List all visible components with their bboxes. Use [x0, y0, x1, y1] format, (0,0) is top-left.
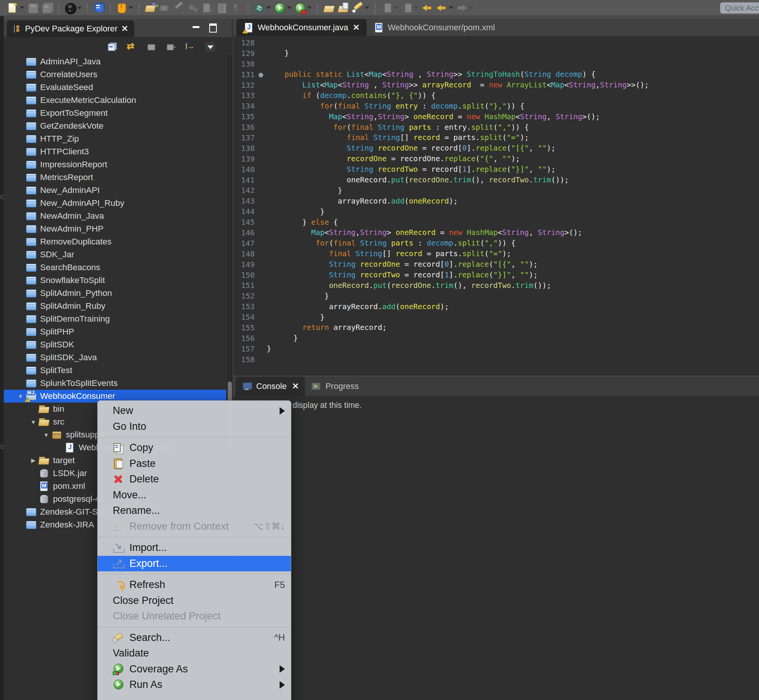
pilcrow-button[interactable] — [229, 1, 244, 15]
profile-icon — [64, 2, 76, 14]
maximize-icon[interactable] — [208, 23, 217, 31]
tree-item-newadmin-java[interactable]: NewAdmin_Java — [4, 209, 226, 222]
bugs-button[interactable] — [186, 1, 200, 15]
menu-item-paste[interactable]: Paste — [98, 456, 291, 472]
debug-button[interactable] — [252, 1, 272, 15]
code-editor[interactable]: 128129 }130131 public static List<Map<St… — [233, 36, 759, 376]
ann-prev-button[interactable] — [400, 1, 420, 15]
back-edit-button[interactable] — [420, 1, 434, 15]
tree-item-metricsreport[interactable]: MetricsReport — [4, 171, 226, 184]
forward-button[interactable] — [455, 1, 475, 15]
tree-item-impressionreport[interactable]: ImpressionReport — [4, 158, 226, 171]
folder-tan-icon — [39, 417, 49, 427]
pkg2-icon[interactable] — [166, 42, 176, 52]
menu-item-close-project[interactable]: Close Project — [98, 593, 291, 609]
copy-doc-button[interactable] — [200, 1, 215, 15]
menu-item-import-[interactable]: Import... — [98, 540, 291, 556]
tree-item-splitsdk-java[interactable]: SplitSDK_Java — [4, 351, 226, 364]
link-icon[interactable] — [127, 42, 137, 52]
tree-item-sdk-jar[interactable]: SDK_Jar — [4, 248, 226, 261]
chevron-down-icon[interactable]: ▼ — [15, 393, 26, 400]
menu-item-new[interactable]: New — [98, 403, 291, 419]
list-view-button[interactable] — [215, 1, 229, 15]
menu-item-run-as[interactable]: Run As — [98, 677, 291, 693]
tab-pydev-package-explorer[interactable]: PyDev Package Explorer ✕ — [7, 20, 134, 37]
code-line: 146 Map<String,String> oneRecord = new H… — [233, 227, 759, 238]
menu-item-rename-[interactable]: Rename... — [98, 503, 291, 519]
tab-webhookconsumer-pom-xml[interactable]: WebhookConsumer/pom.xml — [367, 19, 506, 36]
tree-item-executemetriccalculation[interactable]: ExecuteMetricCalculation — [4, 94, 226, 107]
collapse-icon[interactable] — [107, 42, 117, 52]
tab-console[interactable]: Console ✕ — [236, 377, 305, 396]
tree-item-splitphp[interactable]: SplitPHP — [4, 325, 226, 338]
toolbar-separator — [57, 3, 61, 13]
menu-item-move-[interactable]: Move... — [98, 488, 291, 503]
tree-item-correlateusers[interactable]: CorrelateUsers — [4, 68, 226, 81]
new-wizard-button[interactable] — [5, 1, 26, 15]
task-orange-button[interactable] — [114, 1, 135, 15]
minimize-icon[interactable] — [192, 23, 200, 31]
menu-item-validate[interactable]: Validate — [98, 645, 291, 661]
run-button[interactable] — [272, 1, 293, 15]
save-all-button[interactable] — [40, 1, 55, 15]
close-icon[interactable]: ✕ — [122, 25, 128, 33]
delete-icon — [113, 474, 124, 485]
back-button[interactable] — [434, 1, 455, 15]
folder-open-button[interactable] — [322, 1, 336, 15]
code-line: 128 — [233, 38, 759, 48]
menu-item-label: Validate — [113, 647, 149, 659]
tree-item-splunktosplitevents[interactable]: SplunkToSplitEvents — [4, 377, 226, 390]
folder-bugs-icon — [145, 2, 156, 14]
tree-item-snowflaketosplit[interactable]: SnowflakeToSplit — [4, 274, 226, 287]
tree-item-newadmin-php[interactable]: NewAdmin_PHP — [4, 222, 226, 235]
chevron-down-icon[interactable]: ▼ — [28, 419, 39, 425]
folder-clipboard-button[interactable] — [336, 1, 350, 15]
tree-item-new-adminapi-ruby[interactable]: New_AdminAPI_Ruby — [4, 197, 226, 209]
code-line: 138 String recordOne = record[0].replace… — [233, 143, 759, 154]
menu-item-go-into[interactable]: Go Into — [98, 419, 291, 435]
camera-button[interactable] — [158, 1, 172, 15]
tree-item-searchbeacons[interactable]: SearchBeacons — [4, 261, 226, 274]
quick-access-button[interactable]: Quick Access — [720, 2, 759, 14]
menu-item-delete[interactable]: Delete — [98, 472, 291, 488]
tree-item-splitadmin-python[interactable]: SplitAdmin_Python — [4, 287, 226, 300]
menu-item-coverage-as[interactable]: Coverage As — [98, 661, 291, 677]
tree-item-http-zip[interactable]: HTTP_Zip — [4, 133, 226, 145]
tree-item-getzendeskvote[interactable]: GetZendeskVote — [4, 120, 226, 133]
indent-spacer — [4, 319, 15, 319]
run-external-button[interactable] — [293, 1, 313, 15]
tab-progress[interactable]: Progress — [305, 377, 365, 396]
chevron-down-icon[interactable]: ▼ — [41, 432, 52, 438]
tree-item-httpclient3[interactable]: HTTPClient3 — [4, 145, 226, 158]
tree-item-splitadmin-ruby[interactable]: SplitAdmin_Ruby — [4, 300, 226, 312]
tree-item-evaluateseed[interactable]: EvaluateSeed — [4, 81, 226, 94]
tree-item-exporttosegment[interactable]: ExportToSegment — [4, 107, 226, 120]
menu-item-copy[interactable]: Copy — [98, 440, 291, 456]
focus-icon[interactable] — [186, 42, 195, 52]
tab-webhookconsumer-java[interactable]: WebhookConsumer.java ✕ — [236, 19, 367, 36]
folder-bugs-button[interactable] — [143, 1, 158, 15]
tree-item-splittest[interactable]: SplitTest — [4, 364, 226, 377]
menu-item-refresh[interactable]: RefreshF5 — [98, 577, 291, 593]
tree-item-splitdemotraining[interactable]: SplitDemoTraining — [4, 312, 226, 325]
profile-button[interactable] — [63, 1, 83, 15]
pkg-icon[interactable] — [147, 42, 156, 52]
chevron-icon[interactable] — [205, 42, 215, 52]
console-icon — [242, 381, 251, 391]
chevron-right-icon[interactable]: ▶ — [28, 457, 39, 464]
console-view-button[interactable] — [92, 1, 106, 15]
pen-button[interactable] — [350, 1, 371, 15]
tree-item-removeduplicates[interactable]: RemoveDuplicates — [4, 235, 226, 248]
tree-item-adminapi-java[interactable]: AdminAPI_Java — [4, 55, 226, 68]
tree-item-splitsdk[interactable]: SplitSDK — [4, 338, 226, 351]
folder-blue-icon — [26, 520, 36, 530]
close-icon[interactable]: ✕ — [292, 382, 299, 391]
knife-icon — [173, 2, 185, 14]
menu-item-search-[interactable]: Search...^H — [98, 630, 291, 646]
close-icon[interactable]: ✕ — [353, 23, 359, 32]
knife-button[interactable] — [172, 1, 186, 15]
menu-item-export-[interactable]: Export... — [98, 556, 291, 572]
tree-item-new-adminapi[interactable]: New_AdminAPI — [4, 184, 226, 197]
ann-next-button[interactable] — [379, 1, 400, 15]
save-button[interactable] — [26, 1, 40, 15]
